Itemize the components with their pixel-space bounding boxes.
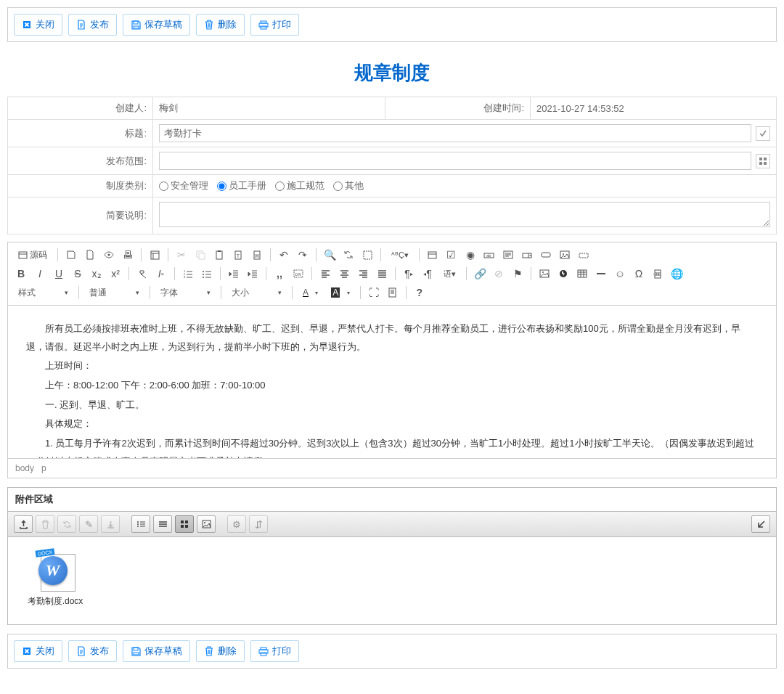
delete-button-bottom[interactable]: 删除 (196, 640, 245, 662)
textarea-icon[interactable] (499, 247, 517, 263)
newpage-icon[interactable] (81, 247, 99, 263)
redo-icon[interactable]: ↷ (294, 247, 311, 263)
show-blocks-icon[interactable] (384, 285, 401, 301)
view-details-icon[interactable] (153, 515, 172, 533)
subscript-icon[interactable]: x₂ (88, 266, 105, 282)
save-draft-button-bottom[interactable]: 保存草稿 (123, 640, 190, 662)
delete-attach-icon[interactable] (36, 515, 54, 533)
attachment-item[interactable]: W DOCX 考勤制度.docx (19, 552, 91, 608)
textfield-icon[interactable]: ab (481, 247, 498, 263)
delete-button[interactable]: 删除 (196, 14, 245, 36)
outdent-icon[interactable] (225, 266, 242, 282)
align-center-icon[interactable] (335, 266, 353, 282)
about-icon[interactable]: ? (411, 285, 428, 301)
view-list-icon[interactable] (131, 515, 150, 533)
radio-construction[interactable]: 施工规范 (275, 179, 324, 192)
scope-input[interactable] (159, 152, 751, 170)
radio-other[interactable]: 其他 (333, 179, 364, 192)
strike-icon[interactable]: S (69, 266, 86, 282)
hidden-field-icon[interactable] (575, 247, 592, 263)
radio-handbook[interactable]: 员工手册 (217, 179, 266, 192)
scope-picker-icon[interactable] (756, 154, 770, 168)
paste-icon[interactable] (211, 247, 228, 263)
brief-input[interactable] (159, 202, 770, 227)
download-icon[interactable] (101, 515, 120, 533)
format-dropdown[interactable]: 普通▾ (83, 285, 145, 301)
print-button[interactable]: 打印 (250, 14, 299, 36)
underline-icon[interactable]: U (50, 266, 68, 282)
iframe-icon[interactable]: 🌐 (668, 266, 685, 282)
undo-icon[interactable]: ↶ (275, 247, 293, 263)
div-icon[interactable]: DIV (290, 266, 307, 282)
font-dropdown[interactable]: 字体▾ (155, 285, 216, 301)
radio-safety[interactable]: 安全管理 (159, 179, 208, 192)
bold-icon[interactable]: B (12, 266, 30, 282)
print-button-bottom[interactable]: 打印 (250, 640, 299, 662)
sort-icon[interactable]: ⇵ (249, 515, 268, 533)
link-icon[interactable]: 🔗 (471, 266, 489, 282)
bg-color-icon[interactable]: A ▾ (325, 285, 355, 301)
paste-word-icon[interactable]: W (248, 247, 266, 263)
preview-icon[interactable] (100, 247, 118, 263)
editor-content[interactable]: 所有员工必须按排班表准时上班，不得无故缺勤、旷工、迟到、早退，严禁代人打卡。每个… (8, 306, 776, 458)
subject-input[interactable] (159, 124, 751, 142)
close-button-bottom[interactable]: 关闭 (14, 640, 62, 662)
special-char-icon[interactable]: Ω (630, 266, 648, 282)
blockquote-icon[interactable]: ,, (271, 266, 288, 282)
close-button[interactable]: 关闭 (14, 14, 62, 36)
collapse-icon[interactable] (751, 515, 770, 533)
save-draft-button[interactable]: 保存草稿 (123, 14, 190, 36)
pagebreak-icon[interactable] (649, 266, 666, 282)
selectall-icon[interactable] (359, 247, 376, 263)
text-color-icon[interactable]: A ▾ (297, 285, 324, 301)
find-icon[interactable]: 🔍 (321, 247, 338, 263)
source-button[interactable]: 源码 (12, 247, 53, 263)
print-icon[interactable]: 🖶 (119, 247, 136, 263)
replace-icon[interactable] (340, 247, 357, 263)
smiley-icon[interactable]: ☺ (611, 266, 629, 282)
anchor-icon[interactable]: ⚑ (509, 266, 526, 282)
image-button-icon[interactable] (556, 247, 573, 263)
publish-button[interactable]: 发布 (68, 14, 117, 36)
upload-icon[interactable] (14, 515, 33, 533)
form-icon[interactable] (424, 247, 441, 263)
checkbox-icon[interactable]: ☑ (443, 247, 460, 263)
edit-attach-icon[interactable]: ✎ (79, 515, 98, 533)
align-left-icon[interactable] (317, 266, 334, 282)
superscript-icon[interactable]: x² (107, 266, 124, 282)
table-icon[interactable] (573, 266, 591, 282)
remove-format-icon[interactable]: I× (152, 266, 170, 282)
settings-icon[interactable]: ⚙ (227, 515, 246, 533)
language-icon[interactable]: 语▾ (438, 266, 462, 282)
unlink-icon[interactable]: ⊘ (490, 266, 507, 282)
save-icon[interactable] (62, 247, 80, 263)
hr-icon[interactable] (592, 266, 610, 282)
style-dropdown[interactable]: 样式▾ (12, 285, 74, 301)
flash-icon[interactable] (555, 266, 572, 282)
bullet-list-icon[interactable] (198, 266, 216, 282)
publish-button-bottom[interactable]: 发布 (68, 640, 117, 662)
subject-confirm-icon[interactable] (756, 126, 770, 141)
align-justify-icon[interactable] (373, 266, 391, 282)
replace-attach-icon[interactable] (57, 515, 76, 533)
bidi-rtl-icon[interactable]: ◂¶ (419, 266, 436, 282)
select-icon[interactable] (518, 247, 536, 263)
bidi-ltr-icon[interactable]: ¶▸ (400, 266, 417, 282)
numbered-list-icon[interactable]: 123 (179, 266, 197, 282)
align-right-icon[interactable] (354, 266, 372, 282)
copy-format-icon[interactable] (134, 266, 151, 282)
copy-icon[interactable] (192, 247, 209, 263)
image-icon[interactable] (536, 266, 553, 282)
paste-text-icon[interactable]: T (229, 247, 247, 263)
view-grid-icon[interactable] (175, 515, 194, 533)
radio-icon[interactable]: ◉ (462, 247, 479, 263)
spellcheck-icon[interactable]: ᴬᴮÇ▾ (385, 247, 415, 263)
size-dropdown[interactable]: 大小▾ (226, 285, 287, 301)
cut-icon[interactable]: ✂ (173, 247, 190, 263)
indent-icon[interactable] (244, 266, 261, 282)
view-image-icon[interactable] (197, 515, 216, 533)
maximize-icon[interactable]: ⛶ (365, 285, 383, 301)
templates-icon[interactable] (146, 247, 163, 263)
button-icon[interactable] (537, 247, 555, 263)
italic-icon[interactable]: I (31, 266, 49, 282)
